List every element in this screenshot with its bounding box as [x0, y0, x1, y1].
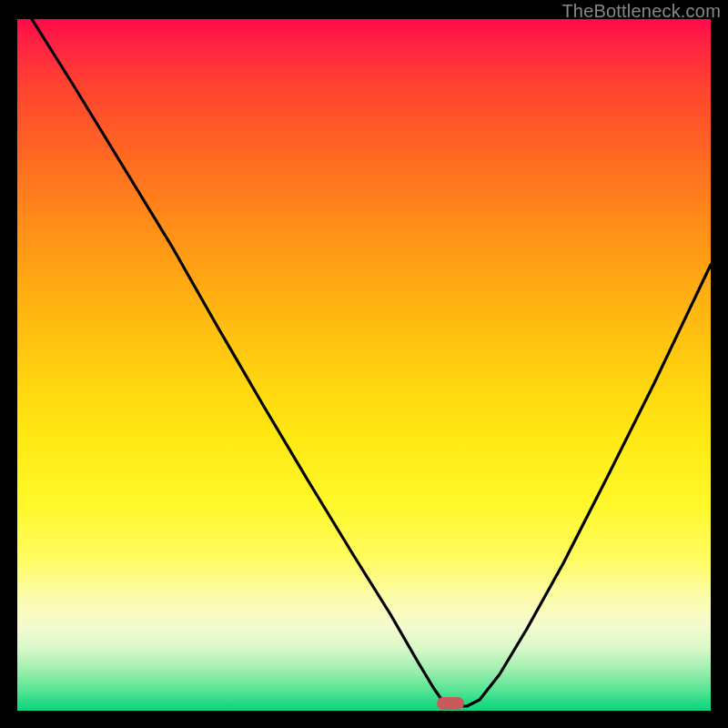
curve-svg: [17, 19, 711, 711]
optimal-marker: [437, 697, 464, 710]
bottleneck-curve: [32, 19, 711, 706]
plot-area: [17, 19, 711, 711]
chart-frame: TheBottleneck.com: [0, 0, 728, 728]
